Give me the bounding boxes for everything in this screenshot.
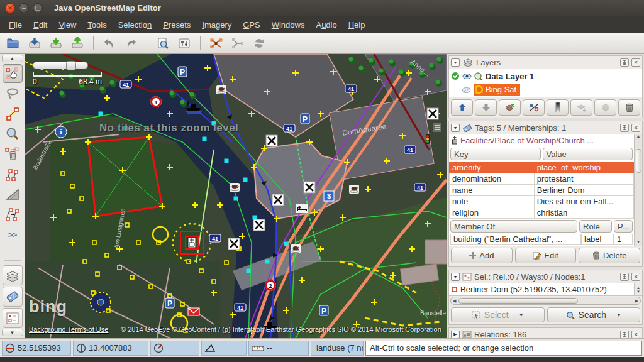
menu-view[interactable]: View [53,18,81,31]
split-way-button[interactable] [207,35,226,52]
tree-icon[interactable] [379,69,384,73]
map-icon-info[interactable]: i [55,126,67,138]
scrollbar-thumb[interactable] [458,298,578,304]
map-icon-b41[interactable]: 41 [404,146,416,153]
distance-field[interactable]: -- [248,341,309,356]
layers-pin-button[interactable] [620,58,629,67]
maximize-window-button[interactable]: ▢ [33,3,43,13]
zoom-tool[interactable] [3,124,23,143]
layer-opacity-button[interactable] [547,99,569,116]
map-icon-x[interactable] [266,135,277,146]
selected-node-marker[interactable] [253,216,257,220]
member-of-column-header[interactable]: Member Of [450,220,577,233]
tree-icon[interactable] [430,63,434,68]
selected-node-marker[interactable] [247,269,251,273]
layer-visibility-button[interactable] [523,99,545,116]
map-icon-b41[interactable]: 41 [235,304,246,311]
combine-way-button[interactable] [228,35,247,52]
map-icon-p[interactable]: P [319,305,328,315]
map-zoom-slider[interactable] [33,62,88,69]
selection-collapse-toggle[interactable]: ▼ [451,273,460,281]
tree-icon[interactable] [190,92,194,97]
select-button[interactable]: Select▼ [451,307,545,322]
redo-button[interactable] [121,35,140,52]
tree-icon[interactable] [437,57,441,62]
selection-panel-button[interactable] [3,308,23,328]
hovered-object-field[interactable]: landuse (7 nodes) [id: ... [311,341,364,356]
search-button-panel[interactable]: Search▼ [547,307,641,322]
refresh-button[interactable] [250,35,269,52]
improve-accuracy-tool[interactable] [3,205,23,224]
preset-row[interactable]: Facilities/Place of Worship/Church ... [449,134,634,146]
tree-icon[interactable] [399,70,404,74]
visibility-eye-icon[interactable] [462,73,472,80]
tag-row[interactable]: nameBerliner Dom [450,185,634,196]
tags-collapse-toggle[interactable]: ▼ [451,124,460,132]
map-icon-cup[interactable] [349,185,359,194]
map-icon-x[interactable] [304,182,315,193]
selected-node-marker[interactable] [234,197,238,201]
angle-field[interactable] [201,341,247,356]
tag-row[interactable]: amenityplace_of_worship [450,162,634,173]
menu-edit[interactable]: Edit [28,18,52,31]
menu-presets[interactable]: Presets [158,18,196,31]
delete-tool[interactable] [3,145,23,163]
layer-merge-button[interactable] [594,99,616,116]
tag-row[interactable]: denominationprotestant [450,173,634,185]
tags-panel-button[interactable] [3,287,23,307]
edit-tag-button[interactable]: Edit [515,248,577,263]
layer-move-up-button[interactable] [451,99,473,116]
layer-duplicate-button[interactable] [570,99,592,116]
building-block[interactable] [425,240,447,264]
menu-audio[interactable]: Audio [311,18,341,31]
tag-row[interactable]: religionchristian [450,207,634,219]
parallel-way-tool[interactable] [3,165,23,184]
tree-icon[interactable] [389,60,394,64]
menu-selection[interactable]: Selection [113,18,157,31]
lasso-tool[interactable] [3,84,23,103]
preferences-button[interactable] [175,35,194,52]
tags-scrollbar[interactable]: ▲▼ [634,134,642,246]
tree-icon[interactable] [359,66,364,70]
layer-move-down-button[interactable] [475,99,497,116]
tree-icon[interactable] [110,80,114,85]
role-column-header[interactable]: Role [579,220,612,233]
tree-icon[interactable] [369,58,374,63]
map-icon-sign[interactable]: 1 [150,96,162,107]
map-icon-b41[interactable]: 41 [345,85,357,92]
selected-area-lustgarten[interactable] [88,137,162,216]
map-icon-x[interactable] [253,219,265,231]
tree-icon[interactable] [170,91,174,96]
menu-file[interactable]: File [4,18,27,31]
zoom-slider-handle[interactable] [66,61,76,70]
selection-pin-button[interactable] [620,273,629,281]
map-icon-b41[interactable]: 41 [414,184,426,191]
selection-close-button[interactable]: ✕ [631,273,640,281]
scrollbar-thumb[interactable] [636,149,641,173]
close-window-button[interactable]: ✕ [5,3,15,13]
collapse-down-button[interactable]: ▼ [2,329,23,336]
selection-hscrollbar[interactable]: ◀▶ [450,297,641,305]
tree-icon[interactable] [180,100,185,104]
map-icon-p[interactable]: P [165,298,174,308]
tree-icon[interactable] [349,57,353,62]
search-button[interactable] [153,35,172,52]
selection-list-spinner[interactable]: ▲▼ [634,283,642,295]
layers-collapse-toggle[interactable]: ▼ [451,58,460,67]
layers-close-button[interactable]: ✕ [631,58,640,67]
map-icon-b41[interactable]: 41 [209,234,221,242]
map-view[interactable]: PPPPi$4141414141414112BodestraßeAm Lustg… [25,54,447,338]
layer-row-data[interactable]: Data Layer 1 [449,69,642,83]
tags-pin-button[interactable] [620,124,629,132]
undo-button[interactable] [100,35,119,52]
layer-activate-button[interactable] [499,99,521,116]
map-icon-tl[interactable] [426,134,430,144]
tree-icon[interactable] [100,87,104,91]
map-icon-x[interactable] [427,108,438,119]
relations-pin-button[interactable] [620,331,629,339]
selected-node-marker[interactable] [225,159,229,163]
map-icon-p[interactable]: P [178,67,187,77]
selection-list-item[interactable]: Berliner Dom (52.5190735, 13.4010752) ▲▼ [449,283,642,296]
map-icon-menu[interactable] [433,123,441,132]
menu-windows[interactable]: Windows [267,18,310,31]
